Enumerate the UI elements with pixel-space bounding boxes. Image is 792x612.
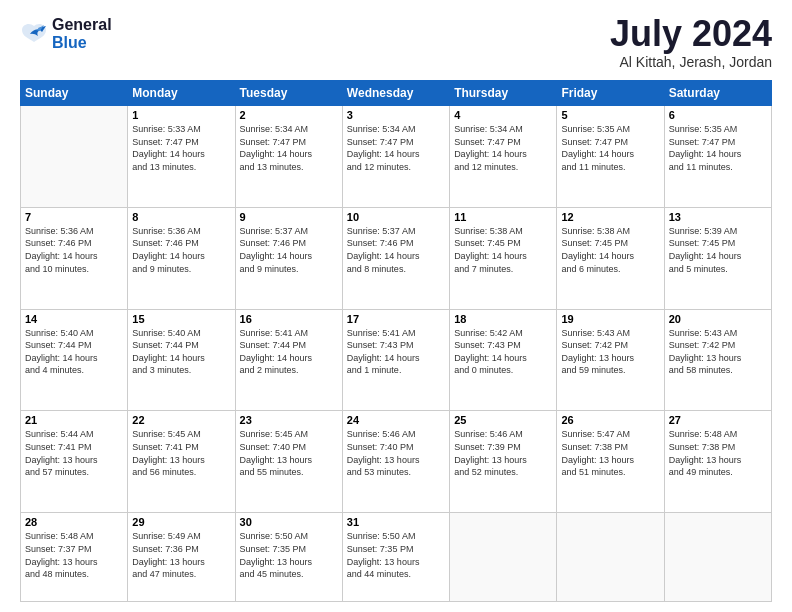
day-info: Sunrise: 5:46 AM Sunset: 7:40 PM Dayligh… bbox=[347, 428, 445, 478]
day-info: Sunrise: 5:37 AM Sunset: 7:46 PM Dayligh… bbox=[240, 225, 338, 275]
day-info: Sunrise: 5:45 AM Sunset: 7:41 PM Dayligh… bbox=[132, 428, 230, 478]
day-number: 6 bbox=[669, 109, 767, 121]
table-row: 31Sunrise: 5:50 AM Sunset: 7:35 PM Dayli… bbox=[342, 513, 449, 602]
table-row bbox=[21, 106, 128, 208]
page: General Blue July 2024 Al Kittah, Jerash… bbox=[0, 0, 792, 612]
day-info: Sunrise: 5:36 AM Sunset: 7:46 PM Dayligh… bbox=[25, 225, 123, 275]
table-row: 14Sunrise: 5:40 AM Sunset: 7:44 PM Dayli… bbox=[21, 309, 128, 411]
day-number: 21 bbox=[25, 414, 123, 426]
table-row: 7Sunrise: 5:36 AM Sunset: 7:46 PM Daylig… bbox=[21, 207, 128, 309]
table-row: 15Sunrise: 5:40 AM Sunset: 7:44 PM Dayli… bbox=[128, 309, 235, 411]
day-info: Sunrise: 5:45 AM Sunset: 7:40 PM Dayligh… bbox=[240, 428, 338, 478]
table-row: 11Sunrise: 5:38 AM Sunset: 7:45 PM Dayli… bbox=[450, 207, 557, 309]
day-number: 19 bbox=[561, 313, 659, 325]
table-row: 21Sunrise: 5:44 AM Sunset: 7:41 PM Dayli… bbox=[21, 411, 128, 513]
table-row: 5Sunrise: 5:35 AM Sunset: 7:47 PM Daylig… bbox=[557, 106, 664, 208]
table-row: 22Sunrise: 5:45 AM Sunset: 7:41 PM Dayli… bbox=[128, 411, 235, 513]
day-info: Sunrise: 5:48 AM Sunset: 7:37 PM Dayligh… bbox=[25, 530, 123, 580]
day-number: 11 bbox=[454, 211, 552, 223]
table-row: 19Sunrise: 5:43 AM Sunset: 7:42 PM Dayli… bbox=[557, 309, 664, 411]
table-row: 2Sunrise: 5:34 AM Sunset: 7:47 PM Daylig… bbox=[235, 106, 342, 208]
header-thursday: Thursday bbox=[450, 81, 557, 106]
day-number: 23 bbox=[240, 414, 338, 426]
day-info: Sunrise: 5:47 AM Sunset: 7:38 PM Dayligh… bbox=[561, 428, 659, 478]
day-number: 3 bbox=[347, 109, 445, 121]
table-row: 12Sunrise: 5:38 AM Sunset: 7:45 PM Dayli… bbox=[557, 207, 664, 309]
day-info: Sunrise: 5:49 AM Sunset: 7:36 PM Dayligh… bbox=[132, 530, 230, 580]
table-row: 6Sunrise: 5:35 AM Sunset: 7:47 PM Daylig… bbox=[664, 106, 771, 208]
table-row bbox=[450, 513, 557, 602]
table-row: 26Sunrise: 5:47 AM Sunset: 7:38 PM Dayli… bbox=[557, 411, 664, 513]
table-row: 27Sunrise: 5:48 AM Sunset: 7:38 PM Dayli… bbox=[664, 411, 771, 513]
header-monday: Monday bbox=[128, 81, 235, 106]
day-number: 12 bbox=[561, 211, 659, 223]
header-friday: Friday bbox=[557, 81, 664, 106]
calendar-table: Sunday Monday Tuesday Wednesday Thursday… bbox=[20, 80, 772, 602]
header-wednesday: Wednesday bbox=[342, 81, 449, 106]
table-row: 1Sunrise: 5:33 AM Sunset: 7:47 PM Daylig… bbox=[128, 106, 235, 208]
title-block: July 2024 Al Kittah, Jerash, Jordan bbox=[610, 16, 772, 70]
day-info: Sunrise: 5:40 AM Sunset: 7:44 PM Dayligh… bbox=[132, 327, 230, 377]
day-number: 26 bbox=[561, 414, 659, 426]
day-number: 25 bbox=[454, 414, 552, 426]
logo-icon bbox=[20, 22, 48, 46]
table-row bbox=[557, 513, 664, 602]
table-row: 16Sunrise: 5:41 AM Sunset: 7:44 PM Dayli… bbox=[235, 309, 342, 411]
day-info: Sunrise: 5:38 AM Sunset: 7:45 PM Dayligh… bbox=[454, 225, 552, 275]
day-info: Sunrise: 5:46 AM Sunset: 7:39 PM Dayligh… bbox=[454, 428, 552, 478]
table-row: 9Sunrise: 5:37 AM Sunset: 7:46 PM Daylig… bbox=[235, 207, 342, 309]
table-row bbox=[664, 513, 771, 602]
day-info: Sunrise: 5:43 AM Sunset: 7:42 PM Dayligh… bbox=[669, 327, 767, 377]
month-title: July 2024 bbox=[610, 16, 772, 52]
calendar-header-row: Sunday Monday Tuesday Wednesday Thursday… bbox=[21, 81, 772, 106]
logo: General Blue bbox=[20, 16, 112, 51]
day-number: 5 bbox=[561, 109, 659, 121]
day-number: 13 bbox=[669, 211, 767, 223]
day-info: Sunrise: 5:36 AM Sunset: 7:46 PM Dayligh… bbox=[132, 225, 230, 275]
day-number: 29 bbox=[132, 516, 230, 528]
day-info: Sunrise: 5:34 AM Sunset: 7:47 PM Dayligh… bbox=[240, 123, 338, 173]
day-number: 27 bbox=[669, 414, 767, 426]
day-number: 15 bbox=[132, 313, 230, 325]
table-row: 20Sunrise: 5:43 AM Sunset: 7:42 PM Dayli… bbox=[664, 309, 771, 411]
day-info: Sunrise: 5:39 AM Sunset: 7:45 PM Dayligh… bbox=[669, 225, 767, 275]
day-number: 18 bbox=[454, 313, 552, 325]
day-number: 10 bbox=[347, 211, 445, 223]
day-number: 2 bbox=[240, 109, 338, 121]
day-info: Sunrise: 5:41 AM Sunset: 7:44 PM Dayligh… bbox=[240, 327, 338, 377]
day-info: Sunrise: 5:48 AM Sunset: 7:38 PM Dayligh… bbox=[669, 428, 767, 478]
day-info: Sunrise: 5:44 AM Sunset: 7:41 PM Dayligh… bbox=[25, 428, 123, 478]
table-row: 29Sunrise: 5:49 AM Sunset: 7:36 PM Dayli… bbox=[128, 513, 235, 602]
day-number: 4 bbox=[454, 109, 552, 121]
day-info: Sunrise: 5:33 AM Sunset: 7:47 PM Dayligh… bbox=[132, 123, 230, 173]
day-info: Sunrise: 5:50 AM Sunset: 7:35 PM Dayligh… bbox=[240, 530, 338, 580]
table-row: 30Sunrise: 5:50 AM Sunset: 7:35 PM Dayli… bbox=[235, 513, 342, 602]
day-number: 8 bbox=[132, 211, 230, 223]
day-number: 30 bbox=[240, 516, 338, 528]
day-number: 14 bbox=[25, 313, 123, 325]
table-row: 10Sunrise: 5:37 AM Sunset: 7:46 PM Dayli… bbox=[342, 207, 449, 309]
table-row: 24Sunrise: 5:46 AM Sunset: 7:40 PM Dayli… bbox=[342, 411, 449, 513]
table-row: 28Sunrise: 5:48 AM Sunset: 7:37 PM Dayli… bbox=[21, 513, 128, 602]
day-number: 20 bbox=[669, 313, 767, 325]
day-info: Sunrise: 5:34 AM Sunset: 7:47 PM Dayligh… bbox=[347, 123, 445, 173]
table-row: 13Sunrise: 5:39 AM Sunset: 7:45 PM Dayli… bbox=[664, 207, 771, 309]
day-info: Sunrise: 5:34 AM Sunset: 7:47 PM Dayligh… bbox=[454, 123, 552, 173]
day-number: 16 bbox=[240, 313, 338, 325]
day-info: Sunrise: 5:37 AM Sunset: 7:46 PM Dayligh… bbox=[347, 225, 445, 275]
day-info: Sunrise: 5:42 AM Sunset: 7:43 PM Dayligh… bbox=[454, 327, 552, 377]
table-row: 17Sunrise: 5:41 AM Sunset: 7:43 PM Dayli… bbox=[342, 309, 449, 411]
table-row: 23Sunrise: 5:45 AM Sunset: 7:40 PM Dayli… bbox=[235, 411, 342, 513]
day-number: 28 bbox=[25, 516, 123, 528]
header-tuesday: Tuesday bbox=[235, 81, 342, 106]
day-info: Sunrise: 5:35 AM Sunset: 7:47 PM Dayligh… bbox=[669, 123, 767, 173]
table-row: 18Sunrise: 5:42 AM Sunset: 7:43 PM Dayli… bbox=[450, 309, 557, 411]
location: Al Kittah, Jerash, Jordan bbox=[610, 54, 772, 70]
day-info: Sunrise: 5:43 AM Sunset: 7:42 PM Dayligh… bbox=[561, 327, 659, 377]
table-row: 25Sunrise: 5:46 AM Sunset: 7:39 PM Dayli… bbox=[450, 411, 557, 513]
day-number: 22 bbox=[132, 414, 230, 426]
day-info: Sunrise: 5:41 AM Sunset: 7:43 PM Dayligh… bbox=[347, 327, 445, 377]
day-info: Sunrise: 5:38 AM Sunset: 7:45 PM Dayligh… bbox=[561, 225, 659, 275]
day-info: Sunrise: 5:50 AM Sunset: 7:35 PM Dayligh… bbox=[347, 530, 445, 580]
day-number: 7 bbox=[25, 211, 123, 223]
